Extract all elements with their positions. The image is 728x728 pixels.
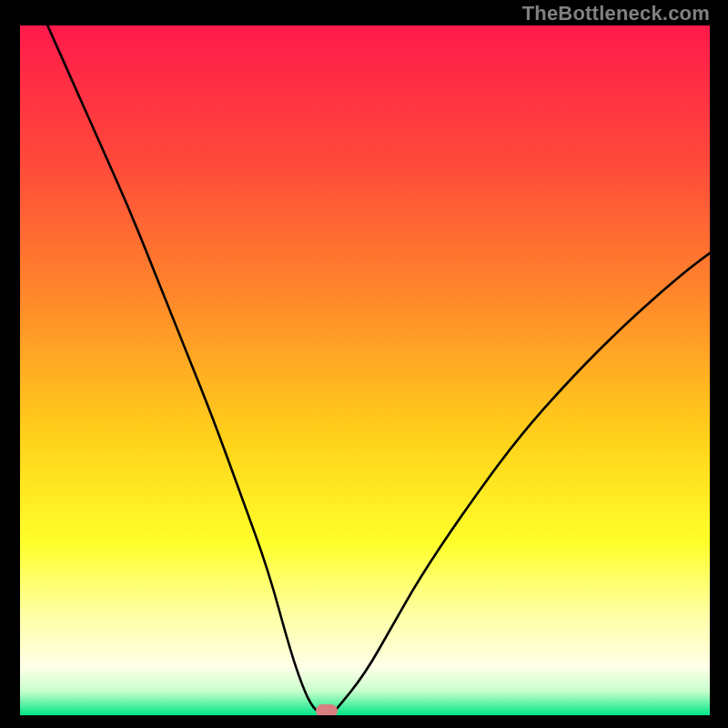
watermark: TheBottleneck.com <box>522 2 710 25</box>
chart-frame: TheBottleneck.com <box>0 0 728 728</box>
bottleneck-curve <box>47 25 710 715</box>
plot-area <box>20 25 710 715</box>
curve-layer <box>20 25 710 715</box>
optimal-marker <box>316 704 338 715</box>
